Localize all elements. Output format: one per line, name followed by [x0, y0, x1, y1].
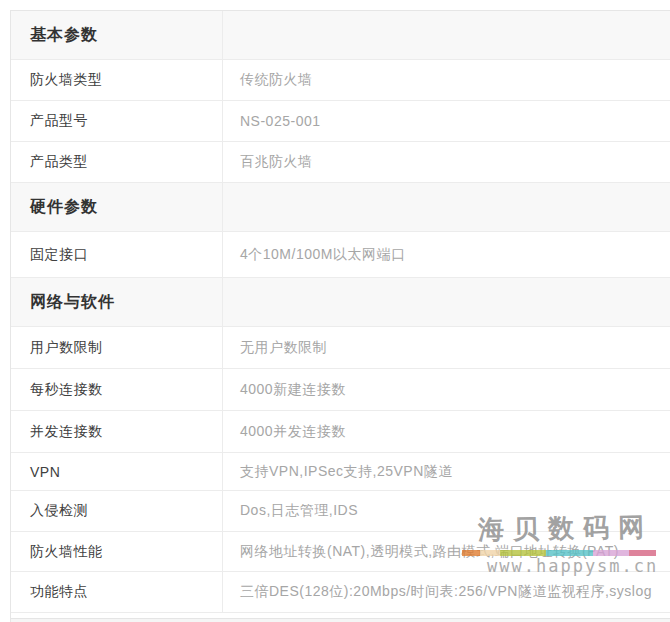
row-value: 4个10M/100M以太网端口 [223, 232, 670, 277]
section-value-empty [223, 11, 670, 59]
row-label: 功能特点 [11, 572, 223, 612]
stripe-segment [480, 550, 500, 556]
row-label: 产品类型 [11, 142, 223, 182]
row-label: VPN [11, 453, 223, 490]
section-header-network-software: 网络与软件 [11, 278, 670, 327]
watermark-stripe [462, 550, 656, 556]
table-row: 防火墙类型 传统防火墙 [11, 60, 670, 101]
row-label: 防火墙类型 [11, 60, 223, 100]
row-value: NS-025-001 [223, 101, 670, 141]
row-label: 用户数限制 [11, 327, 223, 368]
table-row: 并发连接数 4000并发连接数 [11, 411, 670, 453]
row-value: 支持VPN,IPSec支持,25VPN隧道 [223, 453, 670, 490]
row-label: 产品型号 [11, 101, 223, 141]
table-row: 每秒连接数 4000新建连接数 [11, 369, 670, 411]
table-row: 用户数限制 无用户数限制 [11, 327, 670, 369]
row-value: 4000并发连接数 [223, 411, 670, 452]
stripe-segment [462, 550, 480, 556]
section-title: 基本参数 [11, 11, 223, 59]
table-row: 固定接口 4个10M/100M以太网端口 [11, 232, 670, 278]
row-label: 并发连接数 [11, 411, 223, 452]
next-section-peek [11, 618, 670, 622]
table-row: 产品型号 NS-025-001 [11, 101, 670, 142]
section-value-empty [223, 278, 670, 326]
row-label: 每秒连接数 [11, 369, 223, 410]
table-row: 功能特点 三倍DES(128位):20Mbps/时间表:256/VPN隧道监视程… [11, 572, 670, 613]
row-value: 传统防火墙 [223, 60, 670, 100]
section-value-empty [223, 183, 670, 231]
stripe-segment [546, 550, 593, 556]
stripe-segment [500, 550, 546, 556]
stripe-segment [593, 550, 629, 556]
row-value: 三倍DES(128位):20Mbps/时间表:256/VPN隧道监视程序,sys… [223, 572, 670, 612]
section-title: 硬件参数 [11, 183, 223, 231]
row-label: 入侵检测 [11, 491, 223, 531]
table-row: 产品类型 百兆防火墙 [11, 142, 670, 183]
watermark-site-url: www.happysm.cn [487, 556, 658, 576]
row-value: 无用户数限制 [223, 327, 670, 368]
table-row: VPN 支持VPN,IPSec支持,25VPN隧道 [11, 453, 670, 491]
row-label: 固定接口 [11, 232, 223, 277]
row-label: 防火墙性能 [11, 532, 223, 571]
stripe-segment [629, 550, 656, 556]
watermark-site-name: 海贝数码网 [478, 509, 659, 547]
section-header-hardware: 硬件参数 [11, 183, 670, 232]
section-title: 网络与软件 [11, 278, 223, 326]
row-value: 百兆防火墙 [223, 142, 670, 182]
row-value: 4000新建连接数 [223, 369, 670, 410]
section-header-basic: 基本参数 [11, 11, 670, 60]
